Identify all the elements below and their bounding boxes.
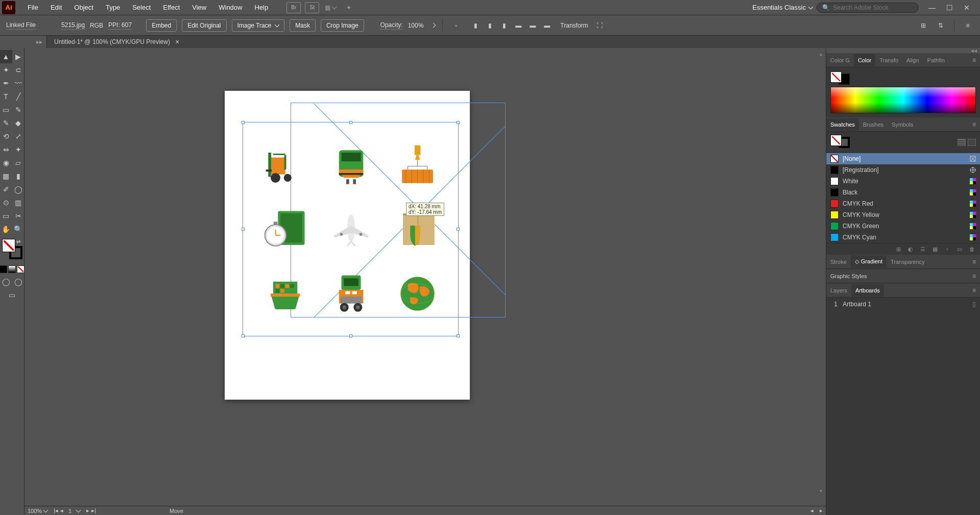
tab-brushes[interactable]: Brushes: [859, 118, 888, 131]
workspace-switcher[interactable]: Essentials Classic: [748, 2, 817, 13]
close-tab-icon[interactable]: ×: [175, 38, 179, 46]
swap-fill-stroke-icon[interactable]: ⇄: [16, 239, 22, 245]
shaper-tool[interactable]: ✎: [0, 116, 12, 130]
menu-select[interactable]: Select: [126, 1, 157, 14]
bridge-icon[interactable]: Br: [286, 2, 301, 13]
rectangle-tool[interactable]: ▭: [0, 103, 12, 116]
menu-file[interactable]: File: [21, 1, 44, 14]
tab-layers[interactable]: Layers: [826, 284, 851, 297]
pen-tool[interactable]: ✒: [0, 77, 12, 90]
swatch-kinds-icon[interactable]: ◐: [906, 246, 915, 253]
linked-file-label[interactable]: Linked File: [6, 21, 36, 30]
zoom-tool[interactable]: 🔍: [12, 223, 25, 236]
scale-tool[interactable]: ⤢: [12, 130, 25, 143]
opacity-more-icon[interactable]: [431, 23, 436, 28]
constrain-icon[interactable]: ⛶: [593, 19, 606, 32]
prev-icon[interactable]: ◂: [60, 507, 63, 514]
lasso-tool[interactable]: ⊂: [12, 63, 25, 77]
fill-stroke-control[interactable]: ⇄: [0, 239, 25, 263]
menu-type[interactable]: Type: [100, 1, 126, 14]
color-mode-swatch[interactable]: [0, 265, 7, 273]
mask-button[interactable]: Mask: [290, 19, 316, 32]
paintbrush-tool[interactable]: ✎: [12, 103, 25, 116]
tab-symbols[interactable]: Symbols: [888, 118, 917, 131]
artboard-orient-icon[interactable]: ▯: [972, 301, 976, 308]
hscroll-left-icon[interactable]: ◂: [810, 507, 814, 514]
tab-stroke[interactable]: Stroke: [826, 256, 851, 268]
menu-effect[interactable]: Effect: [157, 1, 186, 14]
selection-handle[interactable]: [242, 228, 245, 231]
panel-menu-icon[interactable]: ≡: [968, 55, 980, 66]
opacity-label[interactable]: Opacity:: [380, 21, 403, 30]
align-hcenter-icon[interactable]: ▮: [484, 19, 496, 32]
fill-swatch[interactable]: [830, 135, 842, 146]
menu-help[interactable]: Help: [248, 1, 274, 14]
minimize-button[interactable]: —: [927, 4, 937, 12]
edit-original-button[interactable]: Edit Original: [182, 19, 226, 32]
draw-normal-icon[interactable]: ◯: [0, 275, 12, 288]
crop-image-button[interactable]: Crop Image: [321, 19, 364, 32]
image-trace-button[interactable]: Image Trace: [232, 19, 285, 32]
align-bottom-icon[interactable]: ▬: [541, 19, 553, 32]
menu-view[interactable]: View: [186, 1, 212, 14]
opacity-value[interactable]: 100%: [408, 22, 424, 29]
graph-tool[interactable]: ▥: [12, 196, 25, 209]
canvas[interactable]: dX: 41.28 mm dY: -17.64 mm ▴ ▾: [25, 48, 826, 506]
menu-edit[interactable]: Edit: [44, 1, 68, 14]
fill-swatch[interactable]: [2, 239, 15, 252]
zoom-control[interactable]: 100%: [28, 508, 47, 514]
eraser-tool[interactable]: ◆: [12, 116, 25, 130]
none-mode-swatch[interactable]: [17, 265, 25, 273]
embed-button[interactable]: Embed: [146, 19, 177, 32]
document-tab[interactable]: Untitled-1* @ 100% (CMYK/GPU Preview) ×: [47, 36, 186, 48]
align-left-icon[interactable]: ▮: [469, 19, 482, 32]
type-tool[interactable]: T: [0, 90, 12, 103]
free-transform-tool[interactable]: ✦: [12, 143, 25, 156]
selection-handle[interactable]: [457, 228, 460, 231]
tab-transparency[interactable]: Transparency: [887, 256, 929, 268]
curvature-tool[interactable]: 〰: [12, 77, 25, 90]
color-spectrum[interactable]: [830, 87, 976, 113]
ref-point-icon[interactable]: ▫: [450, 19, 462, 32]
swatch-libraries-icon[interactable]: ⊞: [894, 246, 902, 253]
artboard-tool[interactable]: ▭: [0, 209, 12, 223]
transform-link[interactable]: Transform: [560, 22, 588, 29]
maximize-button[interactable]: ☐: [944, 4, 954, 12]
align-vcenter-icon[interactable]: ▬: [527, 19, 539, 32]
magic-wand-tool[interactable]: ✦: [0, 63, 12, 77]
first-icon[interactable]: |◂: [54, 507, 58, 514]
direct-selection-tool[interactable]: ▶: [12, 50, 25, 63]
last-icon[interactable]: ▸|: [91, 507, 96, 514]
tab-color-guide[interactable]: Color G: [826, 54, 854, 66]
align-top-icon[interactable]: ▬: [512, 19, 524, 32]
stock-icon[interactable]: St: [305, 2, 319, 13]
selection-handle[interactable]: [242, 334, 245, 337]
selection-handle[interactable]: [457, 121, 460, 124]
selection-tool[interactable]: ▲: [0, 50, 12, 63]
search-stock-field[interactable]: 🔍: [817, 3, 919, 13]
new-swatch-icon[interactable]: ▫: [943, 246, 951, 253]
next-icon[interactable]: ▸: [86, 507, 89, 514]
mesh-tool[interactable]: ▦: [0, 169, 12, 183]
symbol-sprayer-tool[interactable]: ⊙: [0, 196, 12, 209]
isolate-icon[interactable]: ⊞: [917, 19, 929, 32]
swatch-row[interactable]: CMYK Yellow: [826, 209, 980, 220]
menu-object[interactable]: Object: [68, 1, 100, 14]
gradient-tool[interactable]: ▮: [12, 169, 25, 183]
tab-artboards[interactable]: Artboards: [851, 284, 884, 297]
close-button[interactable]: ✕: [962, 4, 972, 12]
new-folder-icon[interactable]: ▭: [955, 246, 964, 253]
hscroll-right-icon[interactable]: ▸: [820, 507, 823, 514]
new-color-group-icon[interactable]: ▦: [931, 246, 939, 253]
fill-swatch[interactable]: [830, 71, 842, 83]
scroll-up-icon[interactable]: ▴: [820, 51, 822, 57]
hand-tool[interactable]: ✋: [0, 223, 12, 236]
list-view-icon[interactable]: [958, 139, 966, 146]
line-tool[interactable]: ╱: [12, 90, 25, 103]
panel-menu-icon[interactable]: ≡: [968, 271, 980, 282]
blend-tool[interactable]: ◯: [12, 183, 25, 196]
slice-tool[interactable]: ✂: [12, 209, 25, 223]
perspective-tool[interactable]: ▱: [12, 156, 25, 169]
width-tool[interactable]: ⇔: [0, 143, 12, 156]
swatch-options-icon[interactable]: ☰: [919, 246, 927, 253]
